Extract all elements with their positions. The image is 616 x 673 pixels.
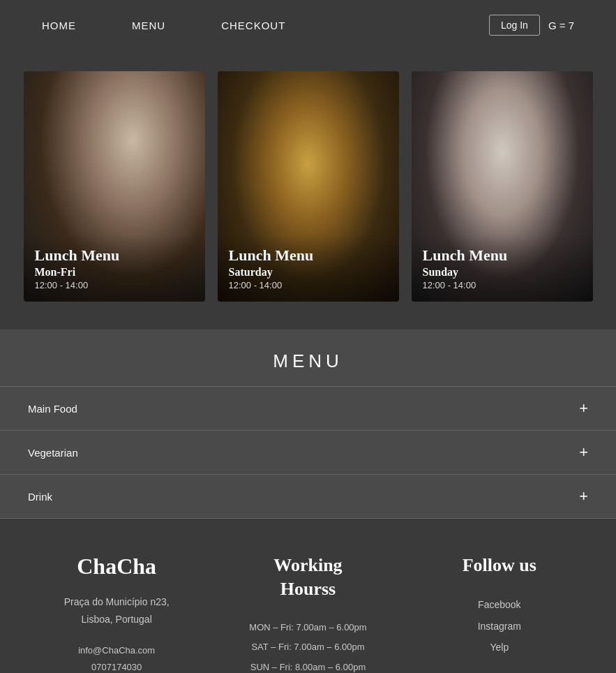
accordion-header-vegetarian[interactable]: Vegetarian + [0,431,616,474]
footer-instagram-link[interactable]: Instagram [411,616,588,637]
accordion-label-vegetarian: Vegetarian [28,447,78,459]
footer-brand-col: ChaCha Praça do Município n23, Lisboa, P… [28,554,205,673]
cards-row: Lunch Menu Mon-Fri 12:00 - 14:00 Lunch M… [31,71,585,302]
accordion-item-vegetarian: Vegetarian + [0,431,616,475]
navigation: HOME MENU CHECKOUT Log In G = 7 [0,0,616,50]
nav-checkout[interactable]: CHECKOUT [221,20,285,31]
footer-phone: 0707174030 [28,659,205,673]
footer-email: info@ChaCha.com [28,642,205,658]
card-mon-fri[interactable]: Lunch Menu Mon-Fri 12:00 - 14:00 [24,71,205,302]
nav-links: HOME MENU CHECKOUT [42,20,285,31]
accordion-label-drink: Drink [28,491,52,503]
card-overlay-3: Lunch Menu Sunday 12:00 - 14:00 [412,235,593,302]
accordion-plus-vegetarian: + [579,443,588,461]
footer-address-line1: Praça do Município n23, [64,596,170,607]
card-overlay-1: Lunch Menu Mon-Fri 12:00 - 14:00 [24,235,205,302]
footer-grid: ChaCha Praça do Município n23, Lisboa, P… [28,554,588,673]
footer-hours-mon: MON – Fri: 7.00am – 6.00pm [219,618,396,638]
accordion-label-main-food: Main Food [28,403,77,415]
card-title-3: Lunch Menu [423,246,582,266]
footer-follow-title: Follow us [411,554,588,577]
menu-heading: MENU [0,350,616,372]
footer-hours-sun: SUN – Fri: 8.00am – 6.00pm [219,658,396,673]
nav-right: Log In G = 7 [489,15,574,36]
card-title-2: Lunch Menu [229,246,388,266]
footer-facebook-link[interactable]: Facebook [411,594,588,616]
accordion-header-drink[interactable]: Drink + [0,475,616,518]
footer-hours: MON – Fri: 7.00am – 6.00pm SAT – Fri: 7.… [219,618,396,673]
card-subtitle-2: Saturday [229,266,388,279]
accordion-plus-main-food: + [579,399,588,417]
card-time-2: 12:00 - 14:00 [229,280,388,290]
lunch-menu-section: Lunch Menu Mon-Fri 12:00 - 14:00 Lunch M… [0,50,616,330]
footer-address-line2: Lisboa, Portugal [82,614,152,625]
card-saturday[interactable]: Lunch Menu Saturday 12:00 - 14:00 [218,71,399,302]
footer-social-links: Facebook Instagram Yelp [411,594,588,658]
cart-icon[interactable]: G = 7 [548,20,574,31]
menu-section: MENU Main Food + Vegetarian + Drink + [0,330,616,519]
card-subtitle-3: Sunday [423,266,582,279]
card-sunday[interactable]: Lunch Menu Sunday 12:00 - 14:00 [412,71,593,302]
footer-yelp-link[interactable]: Yelp [411,637,588,658]
footer-brand-name: ChaCha [28,554,205,579]
menu-accordion: Main Food + Vegetarian + Drink + [0,386,616,519]
accordion-plus-drink: + [579,487,588,505]
footer-follow-col: Follow us Facebook Instagram Yelp made b… [411,554,588,673]
card-subtitle-1: Mon-Fri [35,266,194,279]
accordion-header-main-food[interactable]: Main Food + [0,387,616,430]
footer-hours-col: Working Hourss MON – Fri: 7.00am – 6.00p… [219,554,396,673]
footer: ChaCha Praça do Município n23, Lisboa, P… [0,519,616,673]
footer-hours-sat: SAT – Fri: 7.00am – 6.00pm [219,637,396,658]
card-time-1: 12:00 - 14:00 [35,280,194,290]
card-time-3: 12:00 - 14:00 [423,280,582,290]
footer-contact: info@ChaCha.com 0707174030 [28,642,205,673]
nav-home[interactable]: HOME [42,20,76,31]
accordion-item-main-food: Main Food + [0,387,616,431]
card-overlay-2: Lunch Menu Saturday 12:00 - 14:00 [218,235,399,302]
footer-working-title: Working Hourss [219,554,396,601]
nav-menu[interactable]: MENU [132,20,165,31]
card-title-1: Lunch Menu [35,246,194,266]
footer-address: Praça do Município n23, Lisboa, Portugal [28,593,205,628]
login-button[interactable]: Log In [489,15,540,36]
accordion-item-drink: Drink + [0,475,616,519]
